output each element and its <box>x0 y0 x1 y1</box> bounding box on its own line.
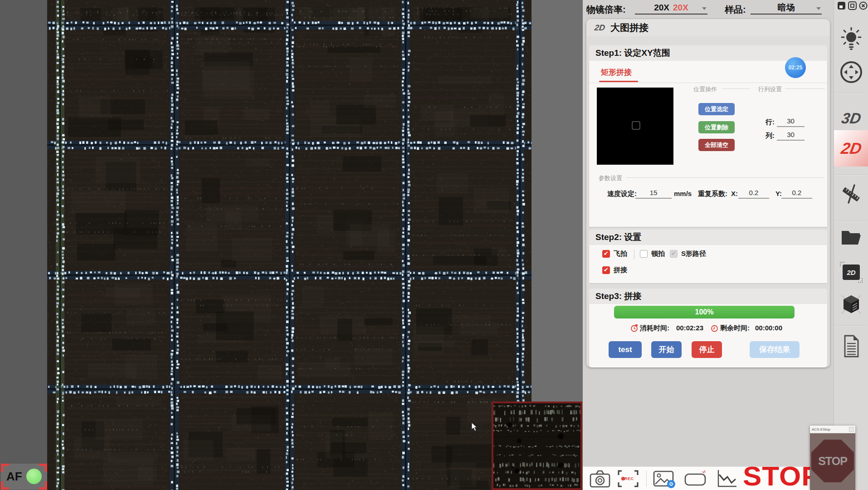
repeat-y-label: Y: <box>775 190 782 197</box>
objective-value: 20X <box>654 3 669 13</box>
gear-icon: ⚙ <box>667 480 675 488</box>
step2-header: Step2: 设置 <box>589 230 827 245</box>
navigation-pad-icon <box>839 60 863 84</box>
step3-header: Step3: 拼接 <box>589 289 827 304</box>
stitching-card: 2D 大图拼接 Step1: 设定XY范围 矩形拼接 02:25 位置操作 位置… <box>586 19 830 368</box>
elapsed-value: 00:02:23 <box>676 324 703 332</box>
mode-3d-label: 3D <box>840 110 863 127</box>
position-ops-label: 位置操作 <box>693 85 717 93</box>
checkbox-s-path[interactable]: S形路径 <box>670 250 706 258</box>
repeat-x-input[interactable]: 0.2 <box>738 189 769 199</box>
stitch-progress-bar: 100% <box>614 306 795 318</box>
divider <box>626 177 824 178</box>
divider <box>785 88 825 89</box>
line-chart-icon <box>717 469 737 488</box>
divider <box>835 221 867 221</box>
restore-button[interactable] <box>848 1 857 10</box>
stop-button[interactable]: 停止 <box>692 341 722 358</box>
col-input[interactable]: 30 <box>777 131 805 141</box>
repeat-y-input[interactable]: 0.2 <box>781 189 812 199</box>
card-title: 2D 大图拼接 <box>586 19 830 36</box>
estop-body[interactable]: STOP <box>810 433 855 490</box>
chevron-down-icon <box>816 7 821 10</box>
checkbox-pauseshot[interactable]: 顿拍 <box>640 250 665 258</box>
checkbox-flyshot[interactable]: 飞拍 <box>602 250 627 258</box>
sample-dropdown[interactable]: 暗场 <box>751 2 822 15</box>
time-status-row: 消耗时间: 00:02:23 剩余时间: 00:00:00 <box>589 324 827 334</box>
stop-banner: STOP <box>743 461 821 490</box>
measure-button[interactable] <box>834 181 868 207</box>
report-button[interactable] <box>834 333 868 359</box>
rec-label: REC <box>624 476 634 481</box>
mode-2d-label: 2D <box>839 139 863 157</box>
step2-body: 飞拍 顿拍 S形路径 拼接 <box>589 245 827 283</box>
camera-icon <box>589 469 611 488</box>
capture-2d-button[interactable]: 2D <box>834 262 868 282</box>
position-delete-button[interactable]: 位置删除 <box>698 121 735 133</box>
mode-2d-button[interactable]: 2D <box>834 130 868 167</box>
cube-3d-icon <box>839 292 863 317</box>
stitch-preview-thumbnail[interactable] <box>492 402 582 490</box>
estop-close-button[interactable] <box>849 427 854 432</box>
microscope-live-view[interactable] <box>47 0 532 490</box>
repeat-label: 重复系数: <box>698 190 727 198</box>
remaining-clock-icon <box>711 324 718 334</box>
chevron-down-icon <box>702 7 707 10</box>
roi-preview-box[interactable] <box>597 88 673 165</box>
open-folder-button[interactable] <box>834 227 868 248</box>
divider <box>835 93 867 93</box>
remaining-label: 剩余时间: <box>720 324 750 333</box>
gallery-settings-button[interactable]: ⚙ <box>651 469 676 488</box>
capture-3d-button[interactable] <box>834 291 868 318</box>
row-label: 行: <box>766 118 775 127</box>
col-label: 列: <box>766 132 775 140</box>
camera-capture-button[interactable] <box>587 469 613 488</box>
restore-icon <box>848 1 857 10</box>
af-bracket-icon <box>39 464 47 472</box>
document-icon <box>841 334 861 358</box>
row-input[interactable]: 30 <box>777 117 805 127</box>
line-chart-button[interactable] <box>714 469 740 488</box>
checkbox-icon <box>602 250 610 258</box>
sample-label: 样品: <box>725 4 746 16</box>
corner-dash-icon <box>840 262 844 266</box>
checkbox-icon <box>602 266 610 274</box>
objective-value-secondary: 20X <box>673 3 688 13</box>
divider <box>835 175 867 175</box>
panel-topbar: 物镜倍率: 20X 20X 样品: 暗场 <box>583 0 834 18</box>
ruler-pen-icon <box>839 182 863 206</box>
stop-sign: STOP <box>811 440 854 482</box>
stitch-preview-image <box>493 403 580 488</box>
close-button[interactable] <box>859 1 868 10</box>
speed-input[interactable]: 15 <box>635 189 672 199</box>
minimize-button[interactable] <box>837 1 846 10</box>
position-select-button[interactable]: 位置选定 <box>698 103 735 115</box>
divider <box>634 250 634 260</box>
corner-dash-icon <box>858 278 863 283</box>
clear-all-button[interactable]: 全部清空 <box>698 139 735 151</box>
save-result-button[interactable]: 保存结果 <box>750 341 800 358</box>
objective-dropdown[interactable]: 20X 20X <box>635 2 707 15</box>
autofocus-indicator[interactable]: AF <box>1 464 47 490</box>
step1-body: 矩形拼接 02:25 位置操作 位置选定 位置删除 全部清空 行列设置 行: 3… <box>589 61 827 227</box>
timer-badge[interactable]: 02:25 <box>785 57 806 78</box>
record-button[interactable]: REC <box>615 469 641 488</box>
brightness-button[interactable] <box>834 25 868 53</box>
light-bulb-icon <box>840 27 862 51</box>
start-button[interactable]: 开始 <box>651 341 682 358</box>
test-button[interactable]: test <box>609 341 642 358</box>
tabs-divider <box>589 83 827 83</box>
page-title: 大图拼接 <box>610 21 649 34</box>
screenshot-region-button[interactable] <box>683 469 708 488</box>
mode-2d-badge: 2D <box>594 23 606 33</box>
control-panel: 物镜倍率: 20X 20X 样品: 暗场 2D 大图拼接 Step1: 设定XY… <box>583 0 834 490</box>
divider <box>835 326 867 326</box>
elapsed-label: 消耗时间: <box>640 324 669 333</box>
speed-unit: mm/s <box>674 190 692 197</box>
checkbox-stitch[interactable]: 拼接 <box>602 266 627 274</box>
rect-stitch-tab[interactable]: 矩形拼接 <box>601 67 632 78</box>
mode-3d-button[interactable]: 3D <box>834 108 868 129</box>
app-window: AF 物镜倍率: 20X 20X 样品: 暗场 2D 大图拼接 Step1: 设… <box>0 0 868 490</box>
region-rect-icon <box>683 470 707 488</box>
stage-nav-button[interactable] <box>834 59 868 85</box>
